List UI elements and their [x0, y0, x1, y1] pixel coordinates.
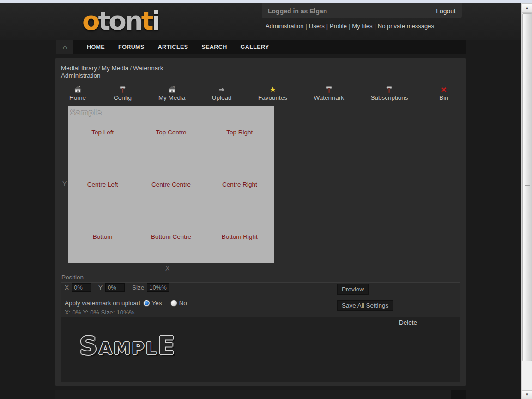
y-input[interactable] [105, 283, 125, 292]
toolbar-item-upload[interactable]: Upload [212, 85, 232, 101]
delete-column: Delete [396, 317, 460, 382]
user-links: Administration|Users|Profile|My files|No… [266, 23, 434, 30]
scroll-up-button[interactable]: ▲ [522, 3, 532, 13]
preview-button[interactable]: Preview [337, 284, 369, 295]
logo-letter: i [151, 6, 158, 36]
toolbar-item-watermark[interactable]: Watermark [314, 85, 345, 101]
nav-home-button[interactable]: ⌂ [56, 40, 73, 54]
breadcrumb-my-media[interactable]: My Media [102, 65, 129, 72]
position-section-label: Position [61, 274, 84, 281]
y-field-label: Y [98, 284, 103, 291]
home-icon [168, 85, 176, 93]
scroll-down-button[interactable]: ▼ [522, 390, 532, 399]
nav-item-home[interactable]: HOME [87, 44, 105, 50]
link-separator: | [374, 23, 375, 30]
home-icon [74, 85, 82, 93]
nav-item-forums[interactable]: FORUMS [118, 44, 145, 50]
link-private-messages[interactable]: No private messages [378, 23, 434, 30]
page-subtitle: Administration [61, 72, 101, 79]
site-logo[interactable]: otonti [82, 6, 159, 36]
toolbar-label-subscriptions: Subscriptions [370, 94, 408, 101]
link-separator: | [349, 23, 350, 30]
logo-letter: o [109, 6, 124, 36]
x-field-label: X [65, 284, 69, 291]
link-profile[interactable]: Profile [330, 23, 347, 30]
position-cell-top-centre[interactable]: Top Centre [137, 106, 205, 158]
logged-in-text: Logged in as Elgan [268, 7, 327, 15]
size-field-label: Size [132, 284, 144, 291]
save-cell: Save All Settings [333, 296, 460, 318]
logo-letter: t [141, 6, 152, 36]
toolbar-item-subscriptions[interactable]: Subscriptions [370, 85, 408, 101]
save-all-settings-button[interactable]: Save All Settings [337, 300, 393, 311]
home-outline-icon: ⌂ [63, 43, 67, 51]
apply-yes-label: Yes [152, 300, 162, 307]
toolbar-item-favourites[interactable]: ★ Favourites [258, 85, 287, 101]
position-cell-centre-centre[interactable]: Centre Centre [137, 158, 205, 211]
toolbar-label-home: Home [69, 94, 86, 101]
position-fields: X Y Size [61, 283, 333, 292]
toolbar-item-config[interactable]: Config [113, 85, 132, 101]
watermark-sample-image: SAMPLE [79, 331, 176, 360]
size-input[interactable] [147, 283, 169, 292]
hammer-icon [119, 85, 126, 93]
toolbar-label-my-media: My Media [158, 94, 186, 101]
position-cell-bottom[interactable]: Bottom [68, 211, 137, 263]
arrow-up-icon: ▲ [526, 6, 529, 10]
position-values-row: X Y Size Preview [61, 283, 460, 296]
user-session-bar: Logged in as Elgan Logout [262, 3, 462, 18]
logo-letter: t [98, 6, 109, 36]
nav-item-articles[interactable]: ARTICLES [158, 44, 188, 50]
window-top-strip [0, 0, 532, 3]
position-cell-bottom-centre[interactable]: Bottom Centre [137, 211, 205, 263]
content-panel: MediaLibrary/My Media/Watermark Administ… [55, 58, 466, 386]
hammer-icon [326, 85, 332, 93]
toolbar-item-home[interactable]: Home [68, 85, 87, 101]
link-separator: | [326, 23, 328, 30]
link-my-files[interactable]: My files [352, 23, 372, 30]
apply-yes-radio[interactable] [143, 300, 150, 307]
position-cell-top-right[interactable]: Top Right [206, 106, 274, 158]
apply-watermark-label: Apply watermark on upload [65, 300, 140, 307]
breadcrumb-separator: / [130, 65, 132, 72]
toolbar-label-favourites: Favourites [258, 94, 287, 101]
preview-cell: Preview [333, 283, 460, 296]
link-users[interactable]: Users [309, 23, 325, 30]
sample-segment: E [158, 331, 176, 360]
current-position-values: X: 0% Y: 0% Size: 10%% [65, 309, 329, 316]
media-toolbar: Home Config My Media Upload [68, 85, 453, 101]
apply-settings-row: Apply watermark on upload Yes No X: 0% Y… [61, 296, 460, 318]
x-input[interactable] [72, 283, 91, 292]
position-cell-centre-left[interactable]: Centre Left [68, 158, 137, 211]
breadcrumb-watermark[interactable]: Watermark [133, 65, 163, 72]
breadcrumb: MediaLibrary/My Media/Watermark [61, 64, 163, 72]
nav-item-gallery[interactable]: GALLERY [241, 44, 269, 50]
arrow-down-icon: ▼ [526, 393, 529, 397]
apply-no-radio[interactable] [170, 300, 177, 307]
sample-segment: S [79, 331, 99, 360]
link-separator: | [305, 23, 307, 30]
toolbar-item-my-media[interactable]: My Media [158, 85, 186, 101]
y-axis-label: Y [62, 180, 66, 187]
breadcrumb-separator: / [98, 65, 100, 72]
breadcrumb-medialibrary[interactable]: MediaLibrary [61, 65, 97, 72]
link-administration[interactable]: Administration [266, 23, 303, 30]
toolbar-item-bin[interactable]: × Bin [435, 85, 453, 101]
upload-arrow-icon [218, 85, 225, 93]
apply-fields: Apply watermark on upload Yes No X: 0% Y… [61, 296, 333, 318]
position-cell-centre-right[interactable]: Centre Right [206, 158, 274, 211]
scrollbar[interactable]: ▲ ▼ [521, 3, 532, 399]
toolbar-label-upload: Upload [212, 94, 232, 101]
partial-button-block [451, 390, 466, 399]
logout-link[interactable]: Logout [436, 7, 456, 15]
nav-item-search[interactable]: SEARCH [201, 44, 227, 50]
toolbar-label-config: Config [114, 94, 132, 101]
main-nav: ⌂ HOME FORUMS ARTICLES SEARCH GALLERY [56, 40, 466, 54]
logo-letter: n [125, 6, 141, 36]
watermark-image-cell: SAMPLE [61, 317, 396, 382]
star-icon: ★ [269, 85, 276, 93]
scrollbar-thumb[interactable] [522, 13, 532, 361]
logo-letter: o [82, 6, 98, 36]
position-cell-bottom-right[interactable]: Bottom Right [206, 211, 274, 263]
watermark-position-grid: Top Left Top Centre Top Right Centre Lef… [68, 106, 274, 263]
